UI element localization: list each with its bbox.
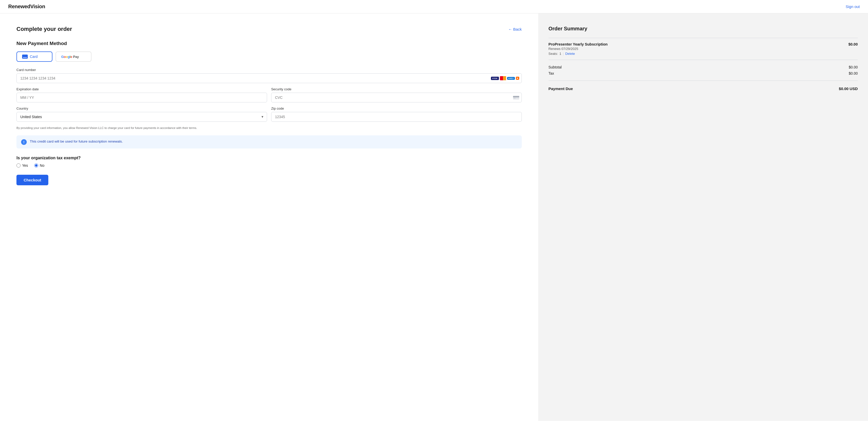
- delete-link[interactable]: Delete: [565, 52, 575, 56]
- back-arrow-icon: ←: [508, 27, 512, 31]
- svg-rect-2: [514, 98, 516, 99]
- payment-tabs: Card Google Pay: [17, 52, 522, 62]
- yes-label: Yes: [22, 163, 28, 168]
- country-select[interactable]: United States Canada United Kingdom Aust…: [17, 112, 267, 122]
- order-divider-top: [549, 38, 858, 38]
- no-radio-label[interactable]: No: [34, 163, 44, 168]
- card-number-label: Card number: [17, 68, 522, 72]
- tax-value: $0.00: [849, 71, 858, 76]
- product-price: $0.00: [848, 42, 858, 46]
- order-item-row: ProPresenter Yearly Subscription $0.00: [549, 42, 858, 46]
- mastercard-icon: [500, 76, 506, 80]
- visa-icon: VISA: [491, 77, 499, 80]
- payment-due-value: $0.00 USD: [839, 86, 858, 91]
- info-icon: !: [21, 139, 27, 145]
- checkout-button[interactable]: Checkout: [17, 175, 48, 185]
- gpay-icon: Google Pay: [61, 55, 79, 59]
- expiration-label: Expiration date: [17, 87, 267, 91]
- sign-out-link[interactable]: Sign out: [846, 4, 860, 9]
- zip-group: Zip code: [271, 107, 522, 122]
- disclaimer-text: By providing your card information, you …: [17, 126, 522, 130]
- cvc-wrapper: [271, 93, 522, 103]
- country-zip-row: Country United States Canada United King…: [17, 107, 522, 126]
- right-panel: Order Summary ProPresenter Yearly Subscr…: [538, 13, 868, 421]
- cvc-input[interactable]: [271, 93, 522, 103]
- logo: RenewedVision: [8, 4, 45, 9]
- payment-due-row: Payment Due $0.00 USD: [549, 85, 858, 92]
- card-tab-label: Card: [30, 55, 37, 59]
- svg-rect-0: [513, 95, 519, 100]
- card-number-input[interactable]: [17, 73, 522, 83]
- renews-text: Renews 07/29/2025: [549, 47, 858, 51]
- country-label: Country: [17, 107, 267, 110]
- seats-label: Seats:: [549, 52, 558, 56]
- zip-input[interactable]: [271, 112, 522, 122]
- card-number-wrapper: VISA AMEX ▶: [17, 73, 522, 83]
- cvc-card-icon: [513, 95, 519, 100]
- back-link[interactable]: ← Back: [508, 27, 522, 31]
- card-icon: [22, 55, 28, 59]
- yes-radio[interactable]: [17, 163, 21, 168]
- no-radio[interactable]: [34, 163, 38, 168]
- gpay-tab[interactable]: Google Pay: [56, 52, 92, 62]
- seats-row: Seats: 1 | Delete: [549, 52, 858, 56]
- page-title: Complete your order: [17, 26, 72, 32]
- expiry-security-row: Expiration date Security code: [17, 87, 522, 107]
- seats-divider: |: [563, 52, 564, 56]
- order-summary-title: Order Summary: [549, 26, 858, 32]
- tax-exempt-section: Is your organization tax exempt? Yes No: [17, 156, 522, 168]
- page-header: Complete your order ← Back: [17, 26, 522, 32]
- left-panel: Complete your order ← Back New Payment M…: [0, 13, 538, 421]
- expiration-group: Expiration date: [17, 87, 267, 103]
- back-label: Back: [513, 27, 522, 31]
- order-divider-bottom: [549, 81, 858, 81]
- expiration-input[interactable]: [17, 93, 267, 103]
- security-label: Security code: [271, 87, 522, 91]
- order-item: ProPresenter Yearly Subscription $0.00 R…: [549, 42, 858, 56]
- info-banner-text: This credit card will be used for future…: [30, 139, 123, 144]
- section-title: New Payment Method: [17, 41, 522, 46]
- amex-icon: AMEX: [507, 77, 515, 80]
- yes-radio-label[interactable]: Yes: [17, 163, 28, 168]
- tax-label: Tax: [549, 71, 554, 76]
- tax-row: Tax $0.00: [549, 70, 858, 77]
- seats-count: 1: [560, 52, 561, 56]
- tax-exempt-title: Is your organization tax exempt?: [17, 156, 522, 160]
- no-label: No: [40, 163, 44, 168]
- security-group: Security code: [271, 87, 522, 103]
- svg-rect-1: [513, 96, 519, 97]
- card-tab[interactable]: Card: [17, 52, 53, 62]
- radio-group: Yes No: [17, 163, 522, 168]
- subtotal-label: Subtotal: [549, 65, 562, 69]
- main-layout: Complete your order ← Back New Payment M…: [0, 13, 868, 421]
- payment-due-label: Payment Due: [549, 86, 573, 91]
- country-group: Country United States Canada United King…: [17, 107, 267, 122]
- subtotal-value: $0.00: [849, 65, 858, 69]
- info-banner: ! This credit card will be used for futu…: [17, 135, 522, 148]
- product-name: ProPresenter Yearly Subscription: [549, 42, 608, 46]
- top-bar: RenewedVision Sign out: [0, 0, 868, 13]
- zip-label: Zip code: [271, 107, 522, 110]
- subtotal-row: Subtotal $0.00: [549, 64, 858, 70]
- card-icons: VISA AMEX ▶: [491, 76, 519, 80]
- discover-icon: ▶: [516, 77, 519, 80]
- order-divider-mid: [549, 60, 858, 60]
- card-number-group: Card number VISA AMEX ▶: [17, 68, 522, 83]
- country-select-wrapper: United States Canada United Kingdom Aust…: [17, 112, 267, 122]
